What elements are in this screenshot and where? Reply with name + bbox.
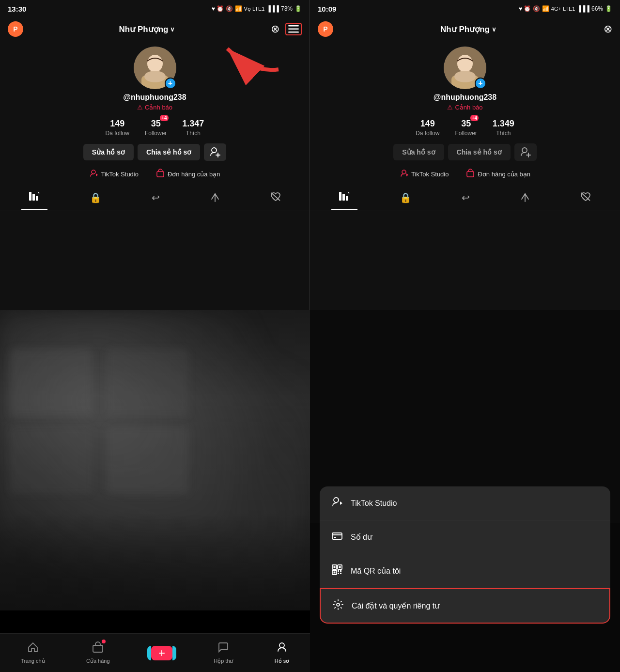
stat-follow-left[interactable]: 149 Đã follow: [106, 119, 129, 137]
nav-shop[interactable]: Cửa hàng: [86, 641, 110, 664]
links-row-left: TikTok Studio Đơn hàng của bạn: [0, 169, 310, 179]
svg-rect-32: [339, 192, 341, 201]
tab-bar-right: 🔒 ↩: [310, 187, 620, 210]
svg-rect-49: [334, 572, 336, 574]
status-icons-right: ♥ ⏰ 🔇 📶 4G+ LTE1 ▐▐▐ 66% 🔋: [519, 5, 612, 12]
stat-follower-left[interactable]: 35 +4 Follower: [145, 119, 167, 137]
follower-badge-right: +4: [470, 115, 479, 121]
left-panel: 13:30 ♥ ⏰ 🔇 📶 Vọ LTE1 ▐▐▐ 73% 🔋 P Như Ph…: [0, 0, 310, 310]
add-follow-button-left[interactable]: +: [165, 78, 176, 89]
nav-profile[interactable]: Hồ sơ: [275, 641, 290, 664]
tab-bar-left: 🔒 ↩: [0, 187, 310, 210]
avatar-container-right: +: [444, 47, 486, 89]
stat-follow-right[interactable]: 149 Đã follow: [416, 119, 439, 137]
svg-rect-2: [288, 31, 299, 33]
add-friend-button-right[interactable]: [514, 143, 537, 161]
messages-icon-right[interactable]: ⊗: [604, 23, 612, 35]
dropdown-settings[interactable]: Cài đặt và quyền riêng tư: [320, 588, 610, 624]
edit-profile-button-left[interactable]: Sửa hồ sơ: [83, 144, 134, 160]
tab-tagged-right[interactable]: [512, 187, 538, 210]
svg-rect-1: [288, 29, 299, 30]
tab-videos-left[interactable]: [21, 187, 47, 210]
svg-rect-14: [157, 172, 164, 177]
svg-point-8: [144, 71, 166, 82]
svg-point-29: [402, 170, 406, 174]
status-bar-left: 13:30 ♥ ⏰ 🔇 📶 Vọ LTE1 ▐▐▐ 73% 🔋: [0, 0, 310, 17]
tab-videos-right[interactable]: [331, 187, 357, 210]
nav-create[interactable]: +: [151, 646, 172, 660]
tiktok-studio-link-left[interactable]: TikTok Studio: [89, 169, 139, 179]
tab-liked-left[interactable]: [263, 187, 289, 210]
right-panel: 10:09 ♥ ⏰ 🔇 📶 4G+ LTE1 ▐▐▐ 66% 🔋 P Như P…: [310, 0, 620, 310]
action-buttons-left: Sửa hồ sơ Chia sẻ hồ sơ: [83, 143, 226, 161]
tab-tagged-left[interactable]: [202, 187, 228, 210]
bottom-navigation: Trang chủ Cửa hàng + Hộp thư: [0, 633, 310, 672]
svg-marker-41: [340, 501, 342, 505]
svg-rect-43: [334, 537, 336, 538]
tab-private-left[interactable]: 🔒: [82, 187, 109, 210]
add-friend-button-left[interactable]: [204, 143, 226, 161]
username-right: @nhuphuong238: [434, 93, 496, 102]
status-icons-left: ♥ ⏰ 🔇 📶 Vọ LTE1 ▐▐▐ 73% 🔋: [212, 5, 302, 12]
svg-point-23: [457, 55, 473, 72]
dropdown-balance[interactable]: Số dư: [320, 520, 610, 554]
balance-icon: [331, 530, 343, 544]
svg-rect-31: [467, 172, 474, 177]
stat-follower-right[interactable]: 35 +4 Follower: [455, 119, 477, 137]
warning-right: ⚠ Cảnh báo: [447, 104, 482, 111]
username-left: @nhuphuong238: [123, 93, 186, 102]
orders-link-right[interactable]: Đơn hàng của bạn: [466, 169, 530, 179]
nav-icons-left: ⊗: [271, 23, 302, 35]
svg-rect-38: [93, 645, 103, 652]
tab-repost-right[interactable]: ↩: [454, 187, 478, 210]
nav-avatar-right[interactable]: P: [318, 21, 333, 37]
messages-icon-left[interactable]: ⊗: [271, 23, 279, 35]
orders-link-left[interactable]: Đơn hàng của bạn: [156, 169, 220, 179]
tab-liked-right[interactable]: [573, 187, 599, 210]
stat-likes-right[interactable]: 1.349 Thích: [493, 119, 514, 137]
svg-rect-34: [346, 196, 348, 201]
edit-profile-button-right[interactable]: Sửa hồ sơ: [393, 144, 444, 160]
tiktok-studio-icon: [331, 496, 343, 510]
share-profile-button-left[interactable]: Chia sẻ hồ sơ: [138, 144, 200, 160]
bottom-area: Trang chủ Cửa hàng + Hộp thư: [0, 310, 620, 672]
tab-private-right[interactable]: 🔒: [392, 187, 419, 210]
left-video-area: [0, 310, 310, 610]
add-follow-button-right[interactable]: +: [475, 78, 486, 89]
svg-marker-13: [96, 173, 98, 176]
qr-icon: [331, 564, 343, 578]
svg-rect-48: [339, 566, 341, 568]
svg-point-26: [522, 148, 527, 153]
tiktok-studio-link-right[interactable]: TikTok Studio: [400, 169, 449, 179]
svg-rect-0: [288, 25, 299, 27]
svg-rect-16: [32, 194, 35, 201]
nav-inbox[interactable]: Hộp thư: [214, 641, 233, 664]
settings-icon: [332, 599, 344, 613]
svg-marker-35: [348, 192, 350, 193]
svg-marker-18: [38, 192, 40, 193]
svg-rect-50: [338, 570, 339, 572]
svg-rect-33: [342, 194, 345, 201]
status-time-left: 13:30: [8, 5, 26, 13]
top-nav-right: P Như Phượng ∨ ⊗: [310, 17, 620, 41]
svg-point-6: [147, 55, 163, 72]
avatar-container-left: +: [134, 47, 176, 89]
share-profile-button-right[interactable]: Chia sẻ hồ sơ: [448, 144, 511, 160]
nav-title-left[interactable]: Như Phượng ∨: [119, 24, 175, 34]
nav-title-right[interactable]: Như Phượng ∨: [440, 24, 496, 34]
svg-point-12: [92, 170, 95, 174]
stat-likes-left[interactable]: 1.347 Thích: [182, 119, 204, 137]
dropdown-tiktok-studio[interactable]: TikTok Studio: [320, 486, 610, 520]
tab-repost-left[interactable]: ↩: [144, 187, 168, 210]
links-row-right: TikTok Studio Đơn hàng của bạn: [310, 169, 620, 179]
hamburger-menu-button-left[interactable]: [285, 23, 302, 35]
create-button[interactable]: +: [151, 646, 172, 660]
follower-badge-left: +4: [160, 115, 168, 121]
dropdown-qr[interactable]: Mã QR của tôi: [320, 554, 610, 588]
svg-rect-15: [29, 192, 31, 201]
svg-point-54: [337, 603, 340, 606]
nav-home[interactable]: Trang chủ: [21, 641, 45, 664]
stats-left: 149 Đã follow 35 +4 Follower 1.347 Thích: [106, 119, 204, 137]
svg-rect-17: [36, 196, 38, 201]
nav-avatar-left[interactable]: P: [8, 21, 23, 37]
